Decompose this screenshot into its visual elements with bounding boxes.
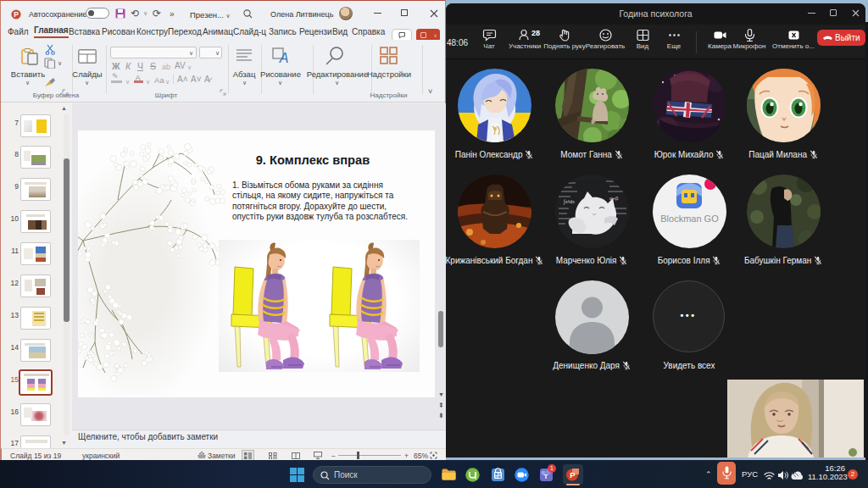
svg-text:P: P [570, 470, 576, 480]
svg-text:P: P [14, 10, 19, 19]
svg-text:Blockman GO: Blockman GO [660, 214, 719, 224]
svg-text:A: A [279, 51, 289, 64]
svg-text:T: T [544, 473, 548, 480]
svg-text:α+β: α+β [609, 196, 619, 201]
svg-text:∫x²dx: ∫x²dx [563, 199, 575, 205]
